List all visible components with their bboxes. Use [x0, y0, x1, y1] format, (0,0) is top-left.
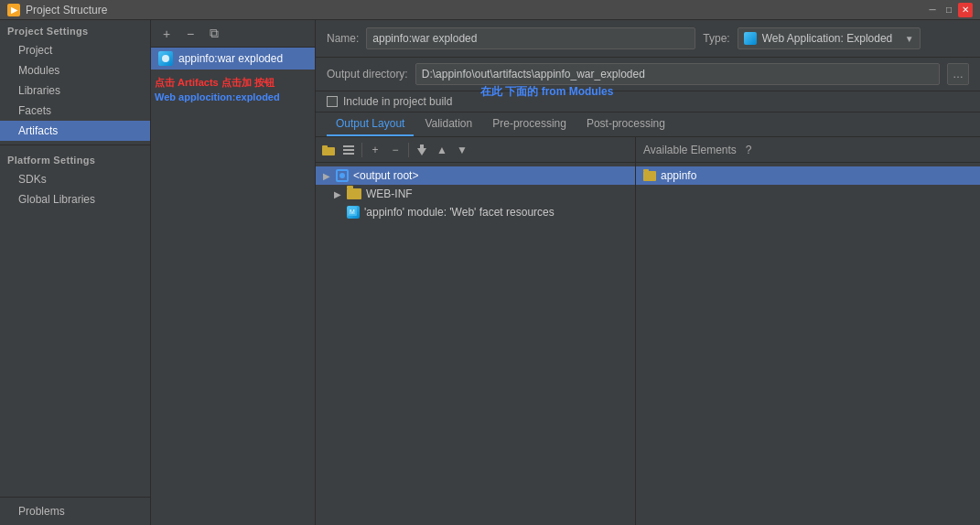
include-section: Include in project build 在此 下面的 from Mod…: [316, 91, 980, 112]
tree-item-appinfo-label: 'appinfo' module: 'Web' facet resources: [364, 206, 555, 219]
add-artifact-button[interactable]: +: [156, 24, 177, 44]
svg-text:M: M: [350, 209, 355, 215]
title-bar-controls: ─ □ ✕: [925, 3, 973, 17]
available-help-icon[interactable]: ?: [746, 144, 752, 156]
tree-content: ▶ <output root> ▶ WEB-INF: [316, 163, 635, 525]
output-dir-label: Output directory:: [327, 68, 408, 80]
project-settings-header: Project Settings: [0, 20, 150, 40]
copy-artifact-button[interactable]: ⧉: [204, 24, 224, 44]
tab-post-processing[interactable]: Post-processing: [577, 112, 674, 136]
type-dropdown[interactable]: Web Application: Exploded ▼: [738, 27, 921, 49]
output-dir-input[interactable]: [415, 63, 940, 85]
include-row: Include in project build: [316, 91, 980, 112]
move-down-button[interactable]: [413, 141, 431, 159]
tree-toolbar-separator2: [408, 143, 409, 157]
sidebar-item-project[interactable]: Project: [0, 40, 150, 60]
maximize-button[interactable]: □: [942, 3, 956, 17]
tree-list-icon[interactable]: [339, 141, 358, 159]
close-button[interactable]: ✕: [958, 3, 973, 17]
svg-point-8: [339, 173, 345, 178]
right-panel: Name: Type: Web Application: Exploded ▼ …: [316, 20, 980, 525]
name-type-row: Name: Type: Web Application: Exploded ▼: [316, 20, 980, 58]
output-dir-row: Output directory: …: [316, 58, 980, 91]
svg-rect-3: [343, 145, 354, 147]
sidebar-item-modules[interactable]: Modules: [0, 60, 150, 80]
add-tree-item-button[interactable]: +: [366, 141, 384, 159]
artifact-entry-icon: [158, 51, 173, 66]
minimize-button[interactable]: ─: [925, 3, 940, 17]
tabs-row: Output Layout Validation Pre-processing …: [316, 112, 980, 137]
tree-item-web-inf-label: WEB-INF: [366, 188, 413, 200]
main-layout: Project Settings Project Modules Librari…: [0, 20, 980, 525]
tree-toolbar: + − ▲ ▼: [316, 137, 635, 163]
available-item-appinfo-label: appinfo: [661, 169, 696, 182]
remove-artifact-button[interactable]: −: [180, 24, 200, 44]
available-elements-label: Available Elements: [643, 144, 737, 156]
platform-settings-header: Platform Settings: [0, 149, 150, 169]
title-bar: ▶ Project Structure ─ □ ✕: [0, 0, 980, 20]
tab-output-layout[interactable]: Output Layout: [327, 112, 414, 136]
remove-tree-item-button[interactable]: −: [386, 141, 404, 159]
svg-marker-6: [417, 148, 426, 155]
tree-arrow-icon: ▶: [323, 171, 334, 181]
folder-icon-web-inf: [347, 188, 361, 199]
svg-rect-4: [343, 149, 354, 151]
include-in-build-label: Include in project build: [343, 95, 452, 108]
artifact-entry[interactable]: appinfo:war exploded: [151, 48, 315, 70]
sidebar-divider: [0, 145, 150, 145]
sidebar-item-global-libraries[interactable]: Global Libraries: [0, 189, 150, 209]
sidebar-item-facets[interactable]: Facets: [0, 101, 150, 121]
tree-arrow-web-inf: ▶: [334, 189, 345, 199]
move-up-button[interactable]: ▲: [433, 141, 451, 159]
sidebar: Project Settings Project Modules Librari…: [0, 20, 151, 525]
svg-point-0: [162, 55, 169, 62]
svg-rect-2: [322, 145, 328, 148]
tree-panel: + − ▲ ▼ ▶: [316, 137, 636, 525]
name-input[interactable]: [366, 27, 695, 49]
module-icon: M: [347, 206, 360, 219]
type-icon: [744, 32, 757, 45]
svg-rect-5: [343, 153, 354, 155]
tree-toolbar-separator: [361, 143, 362, 157]
name-label: Name:: [327, 32, 359, 45]
output-root-icon: [336, 169, 349, 182]
available-panel: Available Elements ? appinfo: [636, 137, 980, 525]
available-content: appinfo: [636, 163, 980, 525]
output-layout-area: + − ▲ ▼ ▶: [316, 137, 980, 525]
tree-item-output-root-label: <output root>: [353, 169, 418, 182]
browse-button[interactable]: …: [947, 63, 969, 85]
artifact-entry-label: appinfo:war exploded: [178, 52, 283, 65]
type-label: Type:: [703, 32, 729, 45]
tree-item-appinfo-module[interactable]: ▶ M 'appinfo' module: 'Web' facet resour…: [316, 203, 635, 221]
tab-pre-processing[interactable]: Pre-processing: [483, 112, 576, 136]
tree-folder-icon[interactable]: [319, 141, 338, 159]
include-in-build-checkbox[interactable]: [327, 96, 338, 107]
tree-item-web-inf[interactable]: ▶ WEB-INF: [316, 185, 635, 203]
sidebar-bottom: Problems: [0, 497, 150, 525]
sidebar-item-sdks[interactable]: SDKs: [0, 169, 150, 189]
svg-rect-1: [322, 147, 335, 155]
dropdown-arrow-icon: ▼: [905, 34, 914, 44]
sidebar-item-artifacts[interactable]: Artifacts: [0, 121, 150, 141]
title-bar-title: Project Structure: [26, 4, 107, 16]
available-header: Available Elements ?: [636, 137, 980, 163]
artifact-toolbar: + − ⧉: [151, 20, 315, 48]
available-item-appinfo[interactable]: appinfo: [636, 166, 980, 185]
content-area: + − ⧉ appinfo:war exploded 点击 Artifacts …: [151, 20, 980, 525]
avail-folder-icon: [643, 171, 656, 181]
annotation-text-1: 点击 Artifacts 点击加 按钮: [155, 75, 311, 91]
type-value: Web Application: Exploded: [762, 32, 893, 45]
tab-validation[interactable]: Validation: [415, 112, 481, 136]
annotation-text-2: Web applocition:exploded: [155, 91, 311, 102]
app-icon: ▶: [7, 4, 20, 16]
tree-item-output-root[interactable]: ▶ <output root>: [316, 166, 635, 185]
sidebar-item-libraries[interactable]: Libraries: [0, 80, 150, 101]
sidebar-item-problems[interactable]: Problems: [0, 501, 150, 521]
svg-rect-7: [420, 145, 424, 149]
move-down2-button[interactable]: ▼: [453, 141, 471, 159]
